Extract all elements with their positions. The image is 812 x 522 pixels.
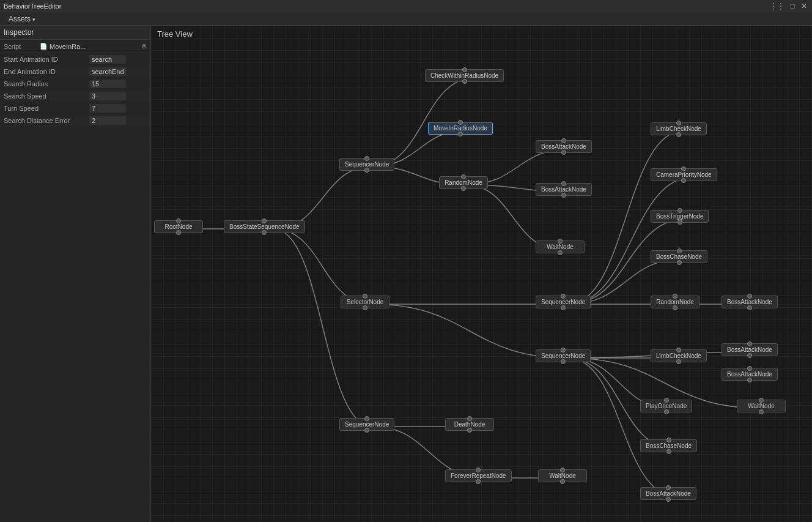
port-top-SequencerNode3[interactable] <box>561 348 566 352</box>
node-BossAttackNode5[interactable]: BossAttackNode <box>722 368 778 381</box>
node-BossChaseNode1[interactable]: BossChaseNode <box>651 250 707 263</box>
port-bottom-CheckWithinRadiusNode[interactable] <box>462 79 467 84</box>
port-top-BossAttackNode1[interactable] <box>561 138 566 143</box>
port-top-SequencerNode1[interactable] <box>364 156 369 161</box>
node-LimbCheckNode2[interactable]: LimbCheckNode <box>651 349 707 362</box>
port-top-BossChaseNode1[interactable] <box>677 248 682 253</box>
port-bottom-PlayOnceNode[interactable] <box>664 409 669 414</box>
node-BossAttackNode2[interactable]: BossAttackNode <box>536 183 592 196</box>
node-BossTriggerNode[interactable]: BossTriggerNode <box>651 210 709 223</box>
menu-icon[interactable]: ⋮⋮ <box>769 2 786 10</box>
port-top-CheckWithinRadiusNode[interactable] <box>462 67 467 72</box>
port-top-LimbCheckNode1[interactable] <box>676 121 681 125</box>
port-top-RandomNode2[interactable] <box>673 294 677 299</box>
port-top-BossAttackNode4[interactable] <box>747 341 752 346</box>
port-top-DeathNode[interactable] <box>467 416 472 421</box>
node-RandomNode1[interactable]: RandomNode <box>439 176 488 189</box>
port-bottom-BossStateSequenceNode[interactable] <box>262 230 267 235</box>
port-top-ForeverRepeatNode[interactable] <box>476 468 481 472</box>
port-bottom-MoveInRadiusNode[interactable] <box>458 132 463 136</box>
tree-view[interactable]: Tree View RootNodeBossStateSequenceNodeS… <box>151 26 812 522</box>
port-top-BossAttackNode2[interactable] <box>561 181 566 186</box>
prop-value-5[interactable]: 2 <box>89 116 126 125</box>
port-top-BossChaseNode2[interactable] <box>666 438 671 442</box>
node-MoveInRadiusNode[interactable]: MoveInRadiusNode <box>428 122 493 135</box>
port-bottom-RandomNode2[interactable] <box>673 305 677 310</box>
node-SelectorNode[interactable]: SelectorNode <box>341 296 389 308</box>
node-PlayOnceNode[interactable]: PlayOnceNode <box>640 400 692 412</box>
port-bottom-LimbCheckNode2[interactable] <box>676 359 681 364</box>
node-SequencerNode2[interactable]: SequencerNode <box>536 296 591 308</box>
node-BossStateSequenceNode[interactable]: BossStateSequenceNode <box>224 220 305 233</box>
node-WaltNode1[interactable]: WaltNode <box>538 469 587 482</box>
port-top-PlayOnceNode[interactable] <box>664 398 669 403</box>
prop-value-3[interactable]: 3 <box>89 92 126 100</box>
port-top-RootNode[interactable] <box>176 218 181 223</box>
port-bottom-BossChaseNode1[interactable] <box>677 260 682 265</box>
script-close-icon[interactable]: ⊗ <box>141 42 147 50</box>
node-BossAttackNode3[interactable]: BossAttackNode <box>722 296 778 308</box>
close-button[interactable]: ✕ <box>800 2 808 10</box>
prop-value-0[interactable]: search <box>89 55 126 64</box>
port-bottom-BossAttackNode1[interactable] <box>561 150 566 155</box>
port-top-WaitNode2[interactable] <box>759 398 764 403</box>
port-bottom-DeathNode[interactable] <box>467 428 472 433</box>
port-bottom-BossAttackNode2[interactable] <box>561 193 566 198</box>
port-top-WaltNode1[interactable] <box>560 468 565 472</box>
node-BossAttackNode1[interactable]: BossAttackNode <box>536 140 592 153</box>
node-DeathNode[interactable]: DeathNode <box>445 418 494 431</box>
port-bottom-SequencerNode2[interactable] <box>561 305 566 310</box>
assets-menu[interactable]: Assets <box>4 13 40 24</box>
port-bottom-WaitNode1[interactable] <box>558 250 563 255</box>
port-top-BossAttackNode5[interactable] <box>747 366 752 371</box>
port-top-MoveInRadiusNode[interactable] <box>458 120 463 125</box>
port-bottom-BossAttackNode5[interactable] <box>747 378 752 382</box>
prop-value-4[interactable]: 7 <box>89 104 126 113</box>
prop-value-2[interactable]: 15 <box>89 80 126 88</box>
node-ForeverRepeatNode[interactable]: ForeverRepeatNode <box>445 469 512 482</box>
port-bottom-BossAttackNode3[interactable] <box>747 305 752 310</box>
port-bottom-CameraPriorityNode[interactable] <box>681 178 686 183</box>
port-bottom-BossChaseNode2[interactable] <box>666 449 671 454</box>
port-top-WaitNode1[interactable] <box>558 239 563 244</box>
port-top-BossAttackNode6[interactable] <box>666 485 671 490</box>
port-bottom-BossAttackNode4[interactable] <box>747 353 752 358</box>
port-bottom-WaltNode1[interactable] <box>560 479 565 484</box>
node-WaitNode2[interactable]: WaitNode <box>737 400 786 412</box>
port-top-SequencerNode4[interactable] <box>364 416 369 421</box>
node-CameraPriorityNode[interactable]: CameraPriorityNode <box>651 168 717 181</box>
port-top-BossStateSequenceNode[interactable] <box>262 218 267 223</box>
canvas-area[interactable]: RootNodeBossStateSequenceNodeSequencerNo… <box>151 26 812 522</box>
port-top-RandomNode1[interactable] <box>461 174 466 179</box>
port-top-BossAttackNode3[interactable] <box>747 294 752 299</box>
port-top-CameraPriorityNode[interactable] <box>681 166 686 171</box>
port-bottom-BossAttackNode6[interactable] <box>666 497 671 502</box>
port-top-SelectorNode[interactable] <box>363 294 367 299</box>
port-bottom-WaitNode2[interactable] <box>759 409 764 414</box>
port-bottom-RandomNode1[interactable] <box>461 186 466 191</box>
node-BossAttackNode6[interactable]: BossAttackNode <box>640 487 696 500</box>
node-RootNode[interactable]: RootNode <box>154 220 203 233</box>
node-CheckWithinRadiusNode[interactable]: CheckWithinRadiusNode <box>425 69 504 82</box>
node-WaitNode1[interactable]: WaitNode <box>536 240 585 253</box>
port-bottom-SelectorNode[interactable] <box>363 305 367 310</box>
node-SequencerNode4[interactable]: SequencerNode <box>339 418 394 431</box>
node-SequencerNode3[interactable]: SequencerNode <box>536 349 591 362</box>
port-bottom-SequencerNode1[interactable] <box>364 168 369 173</box>
port-bottom-BossTriggerNode[interactable] <box>677 220 682 225</box>
maximize-button[interactable]: □ <box>789 2 796 10</box>
port-top-LimbCheckNode2[interactable] <box>676 348 681 352</box>
port-bottom-RootNode[interactable] <box>176 230 181 235</box>
prop-value-1[interactable]: searchEnd <box>89 67 127 76</box>
node-BossChaseNode2[interactable]: BossChaseNode <box>640 439 697 452</box>
port-bottom-ForeverRepeatNode[interactable] <box>476 479 481 484</box>
port-bottom-SequencerNode4[interactable] <box>364 428 369 433</box>
node-SequencerNode1[interactable]: SequencerNode <box>339 158 394 171</box>
port-bottom-SequencerNode3[interactable] <box>561 359 566 364</box>
node-LimbCheckNode1[interactable]: LimbCheckNode <box>651 122 707 135</box>
port-top-BossTriggerNode[interactable] <box>677 208 682 213</box>
node-RandomNode2[interactable]: RandomNode <box>651 296 699 308</box>
node-BossAttackNode4[interactable]: BossAttackNode <box>722 343 778 356</box>
port-bottom-LimbCheckNode1[interactable] <box>676 132 681 137</box>
port-top-SequencerNode2[interactable] <box>561 294 566 299</box>
